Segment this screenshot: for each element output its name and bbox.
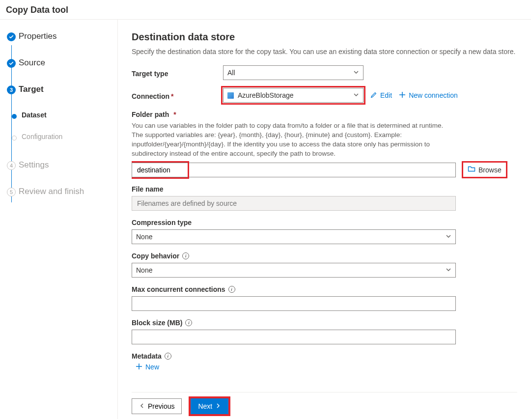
step-label: Settings [19, 160, 49, 169]
main-content: Destination data store Specify the desti… [118, 20, 531, 419]
step-label: Target [19, 84, 44, 94]
block-size-input[interactable] [132, 330, 456, 344]
info-icon[interactable]: i [165, 353, 171, 360]
required-indicator: * [171, 92, 173, 100]
compression-label: Compression type [132, 219, 517, 226]
max-conn-input[interactable] [132, 296, 456, 311]
step-label: Review and finish [19, 187, 84, 196]
check-icon [7, 32, 16, 41]
select-value: None [136, 266, 152, 274]
max-conn-label: Max concurrent connectionsi [132, 285, 517, 293]
new-connection-button[interactable]: New connection [399, 91, 458, 100]
step-source[interactable]: Source [7, 58, 111, 70]
step-number-icon: 3 [7, 85, 16, 94]
step-number-icon: 4 [7, 161, 16, 170]
plus-icon [399, 91, 406, 100]
section-title: Destination data store [132, 31, 517, 43]
check-icon [7, 59, 16, 68]
edit-label: Edit [380, 91, 392, 99]
step-label: Properties [19, 31, 56, 41]
step-label: Source [19, 58, 45, 67]
connection-select[interactable]: AzureBlobStorage [223, 88, 363, 103]
required-indicator: * [173, 111, 176, 118]
step-label: Configuration [22, 133, 62, 140]
plus-icon [136, 363, 142, 371]
copy-behavior-label: Copy behaviori [132, 252, 517, 260]
browse-label: Browse [478, 166, 502, 174]
chevron-down-icon [446, 233, 451, 241]
section-description: Specify the destination data store for t… [132, 48, 517, 56]
select-value: None [136, 233, 152, 241]
substep-configuration[interactable]: Configuration [10, 133, 111, 144]
new-connection-label: New connection [409, 91, 458, 99]
connection-label: Connection* [132, 90, 223, 100]
step-settings[interactable]: 4 Settings [7, 160, 111, 172]
storage-icon [227, 92, 234, 99]
copy-behavior-select[interactable]: None [132, 263, 456, 278]
target-type-label: Target type [132, 68, 223, 78]
info-icon[interactable]: i [182, 252, 189, 259]
dot-open-icon [12, 136, 17, 140]
previous-label: Previous [148, 402, 174, 410]
folder-icon [468, 165, 475, 174]
file-name-input [132, 196, 456, 211]
wizard-sidebar: Properties Source 3 Target Dataset Confi… [0, 20, 118, 419]
folder-path-input[interactable] [132, 163, 456, 177]
chevron-left-icon [139, 402, 145, 410]
file-name-label: File name [132, 185, 517, 193]
step-properties[interactable]: Properties [7, 31, 111, 43]
edit-connection-button[interactable]: Edit [370, 91, 392, 100]
metadata-new-button[interactable]: New [136, 363, 517, 371]
step-target[interactable]: 3 Target [7, 84, 111, 96]
dot-icon [12, 114, 17, 119]
step-review[interactable]: 5 Review and finish [7, 187, 111, 198]
chevron-right-icon [215, 402, 221, 410]
block-size-label: Block size (MB)i [132, 319, 517, 327]
page-title: Copy Data tool [0, 0, 531, 20]
chevron-down-icon [353, 69, 359, 77]
chevron-down-icon [353, 91, 359, 99]
select-value: All [227, 69, 235, 77]
step-number-icon: 5 [7, 188, 16, 196]
substep-dataset[interactable]: Dataset [10, 111, 111, 123]
chevron-down-icon [446, 266, 451, 274]
step-label: Dataset [22, 111, 47, 119]
wizard-footer: Previous Next [132, 392, 517, 414]
next-button[interactable]: Next [191, 398, 228, 414]
select-value: AzureBlobStorage [227, 91, 294, 99]
folder-path-label: Folder path* [132, 111, 517, 118]
previous-button[interactable]: Previous [132, 398, 182, 414]
compression-select[interactable]: None [132, 229, 456, 244]
metadata-label: Metadatai [132, 352, 517, 360]
folder-path-hint: You can use variables in the folder path… [132, 121, 456, 159]
metadata-new-label: New [145, 363, 159, 371]
pencil-icon [370, 91, 377, 100]
target-type-select[interactable]: All [223, 65, 363, 80]
browse-button[interactable]: Browse [464, 163, 505, 176]
next-label: Next [198, 402, 212, 410]
info-icon[interactable]: i [228, 286, 235, 293]
info-icon[interactable]: i [185, 319, 192, 326]
